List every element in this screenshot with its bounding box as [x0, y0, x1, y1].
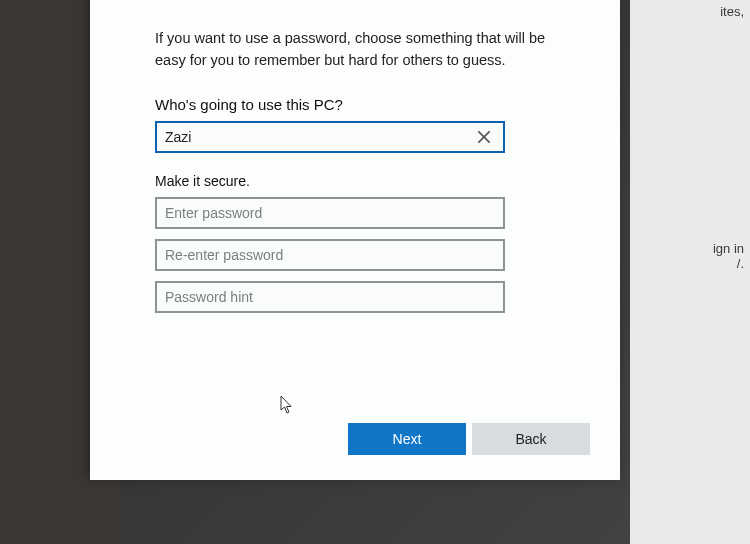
- intro-text: If you want to use a password, choose so…: [155, 28, 565, 72]
- create-account-dialog: If you want to use a password, choose so…: [90, 0, 620, 480]
- password-section-label: Make it secure.: [155, 173, 565, 189]
- bg-text-fragment: ign in /.: [636, 241, 744, 271]
- bg-text-fragment: ites,: [636, 4, 744, 19]
- background-window-right: ites, ign in /.: [630, 0, 750, 544]
- password-input[interactable]: [155, 197, 505, 229]
- next-button[interactable]: Next: [348, 423, 466, 455]
- back-button[interactable]: Back: [472, 423, 590, 455]
- username-section-label: Who's going to use this PC?: [155, 96, 565, 113]
- dialog-buttons: Next Back: [348, 423, 590, 455]
- confirm-password-input[interactable]: [155, 239, 505, 271]
- password-hint-input[interactable]: [155, 281, 505, 313]
- clear-input-icon[interactable]: [475, 128, 493, 146]
- username-input[interactable]: [155, 121, 505, 153]
